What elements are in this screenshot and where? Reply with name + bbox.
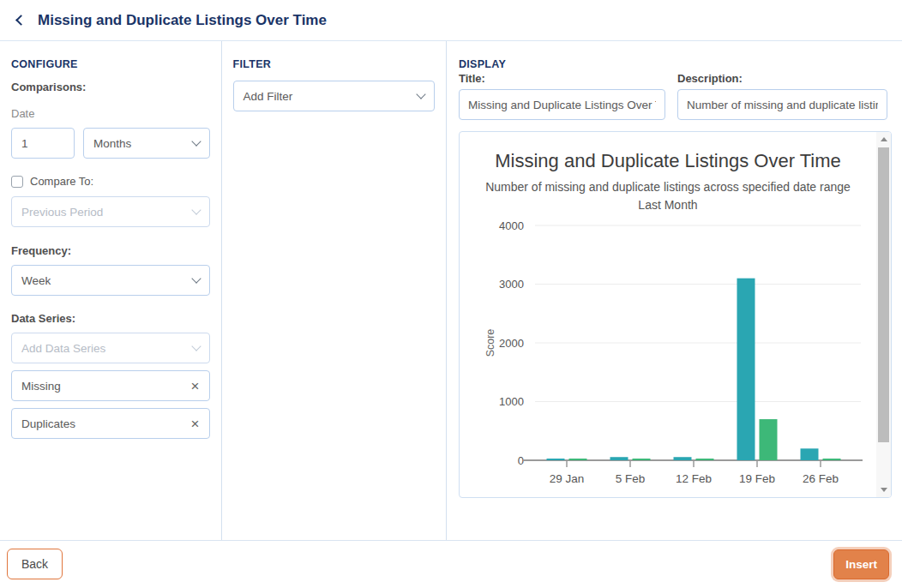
y-axis-label: Score <box>484 329 496 357</box>
x-tick-label: 29 Jan <box>550 472 585 485</box>
y-tick-label: 1000 <box>499 395 524 408</box>
compare-to-value: Previous Period <box>21 206 103 219</box>
data-series-label: Data Series: <box>11 312 210 325</box>
scroll-up-icon[interactable] <box>881 137 887 141</box>
add-data-series-placeholder: Add Data Series <box>21 342 105 355</box>
compare-to-label: Compare To: <box>30 175 93 188</box>
y-tick-label: 4000 <box>499 219 524 232</box>
bar-duplicates-2 <box>696 459 714 460</box>
bar-duplicates-3 <box>760 419 778 460</box>
remove-icon[interactable]: × <box>191 379 200 393</box>
chevron-down-icon <box>191 136 201 146</box>
scrollbar-thumb[interactable] <box>878 147 889 442</box>
bar-duplicates-4 <box>823 459 841 460</box>
configure-heading: CONFIGURE <box>11 58 210 70</box>
compare-to-row[interactable]: Compare To: <box>11 175 210 188</box>
scroll-down-icon[interactable] <box>881 488 887 492</box>
bar-missing-0 <box>547 459 565 460</box>
date-label: Date <box>11 107 210 120</box>
display-heading: DISPLAY <box>459 58 892 70</box>
date-row: Months <box>11 128 210 159</box>
chevron-down-icon <box>191 205 201 214</box>
chart-subtitle-range: Last Month <box>460 198 876 212</box>
add-filter-placeholder: Add Filter <box>244 90 293 103</box>
insert-button[interactable]: Insert <box>833 549 889 579</box>
series-item-missing: Missing × <box>11 370 210 401</box>
configure-panel: CONFIGURE Comparisons: Date Months Compa… <box>0 41 222 540</box>
date-unit-value: Months <box>93 137 131 150</box>
chart-scrollbar[interactable] <box>876 132 891 497</box>
compare-to-checkbox[interactable] <box>11 176 23 188</box>
page-title: Missing and Duplicate Listings Over Time <box>38 12 327 29</box>
main-area: CONFIGURE Comparisons: Date Months Compa… <box>0 41 902 540</box>
frequency-value: Week <box>21 274 51 287</box>
description-field: Description: <box>677 72 887 120</box>
x-tick-label: 12 Feb <box>676 472 712 485</box>
back-chevron-icon <box>15 15 27 26</box>
title-label: Title: <box>459 72 665 85</box>
x-tick-label: 5 Feb <box>616 472 646 485</box>
chart-subtitle: Number of missing and duplicate listings… <box>460 180 876 194</box>
bar-missing-1 <box>610 457 628 460</box>
compare-to-select: Previous Period <box>11 196 210 227</box>
x-tick-label: 19 Feb <box>739 472 775 485</box>
series-item-label: Missing <box>21 380 61 393</box>
chevron-down-icon <box>191 273 201 283</box>
x-tick-label: 26 Feb <box>803 472 839 485</box>
chevron-down-icon <box>416 89 425 99</box>
back-button[interactable] <box>13 13 28 28</box>
title-field: Title: <box>459 72 665 120</box>
y-tick-label: 2000 <box>499 337 524 350</box>
display-fields: Title: Description: <box>459 72 892 120</box>
bar-missing-2 <box>674 457 692 460</box>
header: Missing and Duplicate Listings Over Time <box>0 0 902 41</box>
chart-content: Missing and Duplicate Listings Over Time… <box>460 132 876 496</box>
bar-missing-3 <box>737 279 755 460</box>
comparisons-label: Comparisons: <box>11 81 210 93</box>
y-tick-label: 0 <box>518 454 524 467</box>
filter-panel: FILTER Add Filter <box>222 41 447 540</box>
chart-plot: 01000200030004000Score29 Jan5 Feb12 Feb1… <box>460 213 876 496</box>
chart-card: Missing and Duplicate Listings Over Time… <box>459 131 892 498</box>
filter-heading: FILTER <box>233 58 435 70</box>
date-number-input[interactable] <box>11 128 75 159</box>
series-item-label: Duplicates <box>21 417 75 430</box>
add-data-series-select: Add Data Series <box>11 333 210 363</box>
frequency-label: Frequency: <box>11 244 210 257</box>
description-input[interactable] <box>677 89 887 120</box>
back-button-footer[interactable]: Back <box>7 549 63 579</box>
footer-bar: Back Insert <box>0 540 902 587</box>
chart-title: Missing and Duplicate Listings Over Time <box>460 150 876 172</box>
y-tick-label: 3000 <box>499 278 524 291</box>
chevron-down-icon <box>191 341 201 351</box>
date-unit-select[interactable]: Months <box>83 128 210 159</box>
display-panel: DISPLAY Title: Description: Missing and … <box>447 41 902 540</box>
series-item-duplicates: Duplicates × <box>11 408 210 439</box>
frequency-select[interactable]: Week <box>11 265 210 296</box>
description-label: Description: <box>677 72 887 85</box>
remove-icon[interactable]: × <box>191 417 200 431</box>
add-filter-select[interactable]: Add Filter <box>233 81 435 111</box>
bar-missing-4 <box>801 448 819 460</box>
bar-duplicates-0 <box>569 459 587 460</box>
title-input[interactable] <box>459 89 665 120</box>
bar-duplicates-1 <box>633 459 651 460</box>
